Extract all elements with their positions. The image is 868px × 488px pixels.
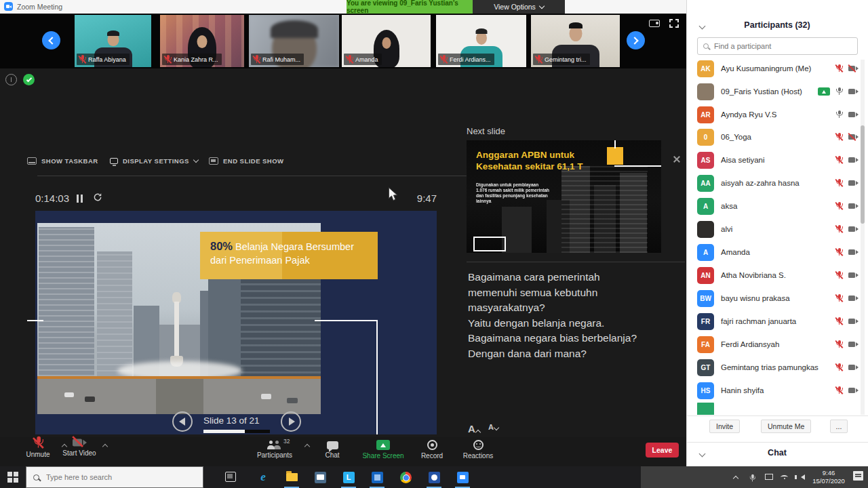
tile-name: Gemintang tri...: [545, 56, 587, 63]
slide-accent-line: [376, 320, 378, 434]
taskbar-app-l[interactable]: L: [335, 466, 362, 488]
participant-row[interactable]: A Amanda: [697, 241, 859, 264]
tray-display-icon[interactable]: [765, 474, 773, 480]
participant-row[interactable]: 0 06_Yoga: [697, 125, 859, 148]
show-taskbar-button[interactable]: SHOW TASKBAR: [27, 157, 98, 165]
invite-button[interactable]: Invite: [709, 420, 740, 433]
participant-row[interactable]: A aksa: [697, 195, 859, 218]
video-tile[interactable]: Ferdi Ardians...: [436, 15, 526, 67]
notification-center-icon[interactable]: [853, 471, 863, 481]
close-button[interactable]: [671, 154, 682, 165]
slide-progress-fill: [203, 430, 245, 433]
leave-button[interactable]: Leave: [646, 443, 679, 458]
participants-icon: 32: [267, 440, 282, 449]
video-tile[interactable]: Gemintang tri...: [531, 15, 620, 67]
next-slide-preview[interactable]: Anggaran APBN untuk Kesehatan sekitar 61…: [467, 140, 661, 253]
restart-timer-button[interactable]: [93, 192, 102, 205]
increase-font-button[interactable]: A: [468, 423, 480, 434]
muted-mic-icon: [440, 55, 448, 64]
speaker-view-toggle[interactable]: [649, 20, 660, 27]
reactions-button[interactable]: Reactions: [456, 440, 500, 460]
taskbar-app-zoom[interactable]: [449, 466, 476, 488]
video-strip: Raffa Abiyana Kania Zahra R... Rafi Muha…: [0, 14, 686, 68]
start-video-button[interactable]: Start Video: [54, 440, 104, 457]
search-input[interactable]: [713, 41, 852, 51]
record-button[interactable]: Record: [411, 440, 453, 460]
power-icon[interactable]: [5, 74, 17, 85]
pause-timer-button[interactable]: [77, 195, 83, 203]
video-tile[interactable]: Raffa Abiyana: [75, 15, 151, 67]
video-tile[interactable]: Amanda: [342, 15, 431, 67]
slide-accent-line: [315, 320, 378, 321]
decrease-font-button[interactable]: A: [488, 423, 498, 431]
taskbar-app-chrome[interactable]: [392, 466, 419, 488]
tray-volume-icon[interactable]: [795, 474, 805, 480]
video-tile[interactable]: Rafi Muham...: [249, 15, 339, 67]
fullscreen-button[interactable]: [669, 19, 679, 28]
display-settings-button[interactable]: DISPLAY SETTINGS: [110, 157, 198, 165]
tile-name: Kania Zahra R...: [174, 56, 218, 63]
chevron-left-icon: [48, 37, 56, 44]
video-tile[interactable]: Kania Zahra R...: [160, 15, 244, 67]
view-options-button[interactable]: View Options: [473, 0, 565, 14]
muted-mic-icon: [164, 55, 172, 64]
restart-icon: [93, 192, 102, 202]
tray-mic-icon[interactable]: [749, 473, 756, 485]
avatar: AN: [697, 267, 714, 284]
chat-button[interactable]: Chat: [313, 440, 351, 459]
chat-icon: [327, 441, 338, 449]
taskbar-app-edge[interactable]: e: [250, 466, 277, 488]
panel-scrollbar-thumb[interactable]: [861, 125, 865, 224]
avatar: [697, 403, 714, 415]
tray-network-icon[interactable]: [781, 475, 788, 479]
current-slide[interactable]: 80% Belanja Negara Bersumber dari Peneri…: [35, 211, 437, 434]
participant-row[interactable]: AK Ayu Kusumaningrum (Me): [697, 57, 859, 80]
tile-name: Raffa Abiyana: [88, 56, 126, 63]
participants-button[interactable]: 32 Participants: [244, 440, 305, 459]
panel-scrollbar-track[interactable]: [861, 60, 865, 415]
taskbar-search-input[interactable]: [45, 472, 196, 482]
participant-row[interactable]: FR fajri rachman januarta: [697, 310, 859, 333]
speaker-notes[interactable]: Bagaimana cara pemerintah memenuhi semua…: [468, 270, 637, 361]
previous-slide-button[interactable]: [172, 411, 193, 432]
muted-mic-icon: [835, 386, 843, 395]
viewing-banner-text: You are viewing 09_Faris Yustian's scree…: [347, 0, 473, 14]
start-button[interactable]: [0, 466, 26, 488]
share-screen-button[interactable]: Share Screen: [357, 440, 409, 460]
participants-count-badge: 32: [283, 438, 290, 445]
participant-row[interactable]: 09_Faris Yustian (Host): [697, 80, 859, 103]
task-view-button[interactable]: [225, 472, 236, 482]
end-slide-show-button[interactable]: END SLIDE SHOW: [209, 157, 284, 165]
participant-row[interactable]: FA Ferdi Ardiansyah: [697, 333, 859, 356]
taskbar-search[interactable]: [26, 466, 203, 488]
gallery-view-icon: [649, 20, 660, 27]
panel-more-button[interactable]: ...: [830, 420, 848, 433]
participant-row[interactable]: [697, 403, 859, 415]
zoom-meeting-window: Zoom Meeting You are viewing 09_Faris Yu…: [0, 0, 868, 488]
participant-row[interactable]: AS Aisa setiyani: [697, 148, 859, 171]
taskbar-app-document[interactable]: [363, 466, 391, 488]
next-slide-button[interactable]: [281, 411, 301, 432]
green-check-icon[interactable]: [23, 74, 35, 85]
hidden-icons-chevron[interactable]: [734, 474, 738, 481]
slide-headline-line2: dari Penerimaan Pajak: [210, 255, 378, 266]
participant-row[interactable]: AN Atha Novibriana S.: [697, 264, 859, 287]
unmute-me-button[interactable]: Unmute Me: [761, 420, 811, 433]
video-icon: [848, 203, 859, 210]
taskbar-app-mail[interactable]: [307, 466, 334, 488]
display-icon: [110, 158, 118, 164]
strip-prev-button[interactable]: [42, 31, 60, 49]
next-icon: [289, 418, 295, 426]
record-icon: [427, 440, 437, 450]
participant-row[interactable]: GT Gemintang trias pamungkas: [697, 356, 859, 379]
participant-row[interactable]: BW bayu wisnu prakasa: [697, 287, 859, 310]
strip-next-button[interactable]: [627, 31, 645, 49]
participant-row[interactable]: AR Ayndya Ryu V.S: [697, 103, 859, 126]
participant-row[interactable]: alvi: [697, 218, 859, 241]
taskbar-app-file-explorer[interactable]: [278, 466, 305, 488]
clock-date[interactable]: 9:46 15/07/2020: [806, 469, 852, 485]
participant-search[interactable]: [697, 37, 858, 55]
taskbar-app-powerpoint[interactable]: [420, 466, 448, 488]
participant-row[interactable]: HS Hanin shyifa: [697, 379, 859, 402]
participant-row[interactable]: AA aisyah az-zahra hasna: [697, 171, 859, 195]
